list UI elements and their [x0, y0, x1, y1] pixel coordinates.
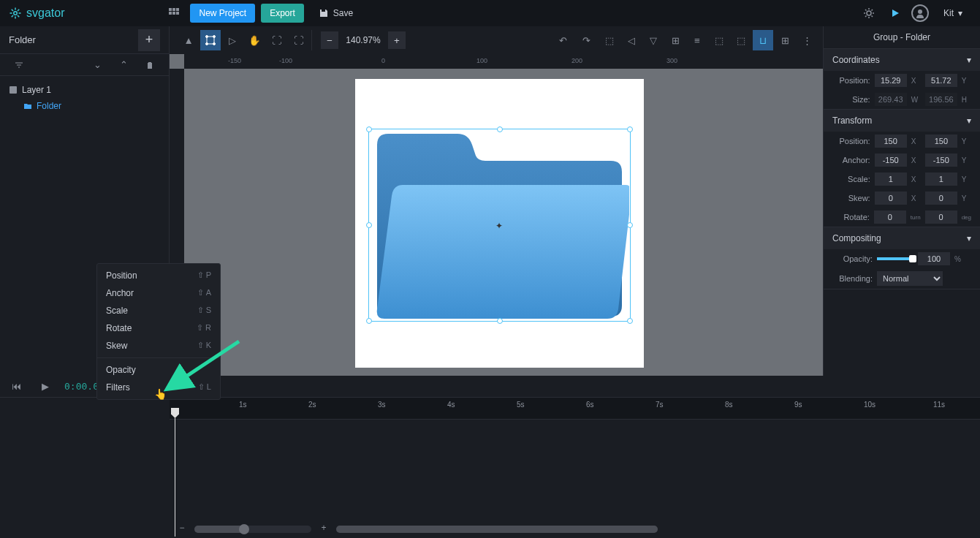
- timeline-play-icon[interactable]: ▶: [35, 376, 56, 397]
- layers-list: Layer 1 Folder: [0, 76, 169, 120]
- resize-handle-tr[interactable]: [627, 126, 633, 132]
- menu-item-scale[interactable]: Scale⇧ S: [97, 302, 220, 319]
- transform-skew-x[interactable]: [875, 192, 907, 205]
- more-icon[interactable]: ⋮: [797, 30, 817, 50]
- undo-icon[interactable]: ↶: [552, 30, 573, 50]
- zoom-value[interactable]: 140.97%: [341, 35, 385, 45]
- transform-rotate-deg[interactable]: [925, 211, 957, 224]
- svg-point-7: [867, 11, 871, 15]
- canvas[interactable]: ✦: [355, 79, 644, 368]
- redo-icon[interactable]: ↷: [576, 30, 596, 50]
- opacity-slider[interactable]: [877, 257, 913, 260]
- section-title[interactable]: Transform▾: [824, 110, 980, 132]
- resize-handle-br[interactable]: [627, 318, 633, 324]
- chevron-down-icon[interactable]: ⌄: [87, 55, 107, 75]
- center-anchor-icon[interactable]: ✦: [495, 221, 503, 231]
- crop-tool-icon[interactable]: ⛶: [266, 30, 286, 50]
- menu-item-skew[interactable]: Skew⇧ K: [97, 337, 220, 355]
- svg-rect-10: [207, 37, 214, 44]
- timeline-zoom-scrollbar[interactable]: [194, 526, 311, 533]
- menu-item-position[interactable]: Position⇧ P: [97, 267, 220, 284]
- user-avatar[interactable]: [911, 4, 929, 22]
- new-project-button[interactable]: New Project: [190, 4, 255, 23]
- transform-position-y[interactable]: [925, 134, 957, 148]
- zoom-in-button[interactable]: +: [388, 31, 406, 49]
- layer-up-icon[interactable]: ⬚: [709, 30, 729, 50]
- timeline-rewind-icon[interactable]: ⏮: [6, 376, 26, 397]
- playhead[interactable]: [171, 408, 179, 418]
- settings-gear-icon[interactable]: [859, 3, 879, 23]
- ruler-horizontal: -150 -100 0 100 200 300: [184, 54, 823, 69]
- transform-anchor-y[interactable]: [925, 154, 957, 167]
- snap-magnet-icon[interactable]: ⊔: [753, 30, 773, 50]
- svg-rect-6: [176, 12, 179, 15]
- save-button[interactable]: Save: [310, 4, 362, 23]
- add-layer-button[interactable]: +: [138, 29, 160, 51]
- prop-label: Size:: [832, 95, 870, 104]
- flip-v-icon[interactable]: ▽: [643, 30, 664, 50]
- flip-h-icon[interactable]: ◁: [621, 30, 642, 50]
- play-preview-icon[interactable]: [885, 3, 905, 23]
- align-icon[interactable]: ⊞: [665, 30, 685, 50]
- section-title[interactable]: Coordinates▾: [824, 49, 980, 71]
- svg-point-0: [14, 12, 18, 15]
- transform-rotate-turn[interactable]: [874, 211, 906, 224]
- resize-handle-tm[interactable]: [497, 126, 503, 132]
- bounds-icon[interactable]: ⬚: [599, 30, 620, 50]
- svg-point-13: [206, 43, 208, 45]
- layer-item-folder[interactable]: Folder: [0, 98, 169, 114]
- trash-icon[interactable]: [140, 55, 160, 75]
- resize-handle-tl[interactable]: [366, 126, 372, 132]
- node-tool-icon[interactable]: [200, 30, 221, 50]
- user-menu[interactable]: Kit ▾: [935, 4, 971, 23]
- menu-item-rotate[interactable]: Rotate⇧ R: [97, 319, 220, 337]
- menu-item-anchor[interactable]: Anchor⇧ A: [97, 284, 220, 302]
- coord-position-x[interactable]: [875, 74, 907, 87]
- coord-position-y[interactable]: [925, 74, 957, 87]
- export-button[interactable]: Export: [261, 4, 304, 23]
- filter-icon[interactable]: [9, 55, 29, 75]
- transform-scale-y[interactable]: [925, 173, 957, 186]
- transform-anchor-x[interactable]: [875, 154, 907, 167]
- resize-handle-ml[interactable]: [366, 222, 372, 228]
- zoom-out-timeline[interactable]: −: [175, 523, 189, 536]
- sidebar-toolbar: ⌄ ⌃: [0, 54, 169, 76]
- resize-handle-mr[interactable]: [627, 222, 633, 228]
- grid-icon[interactable]: [164, 3, 184, 23]
- resize-handle-bl[interactable]: [366, 318, 372, 324]
- grid-toggle-icon[interactable]: ⊞: [775, 30, 795, 50]
- svg-point-11: [206, 36, 208, 38]
- svg-point-14: [213, 43, 216, 45]
- opacity-value[interactable]: [918, 252, 950, 265]
- timeline-h-scrollbar[interactable]: [336, 526, 658, 533]
- distribute-icon[interactable]: ≡: [687, 30, 707, 50]
- transform-skew-y[interactable]: [925, 192, 957, 205]
- blending-select[interactable]: Normal: [877, 271, 943, 286]
- layer-item[interactable]: Layer 1: [0, 82, 169, 98]
- resize-handle-bm[interactable]: [497, 318, 503, 324]
- section-title[interactable]: Compositing▾: [824, 227, 980, 249]
- timeline: ⏮ ▶ 0:00.00 ⚙ ◻ ≡ 1s 2s 3s 4s 5s 6s 7s 8…: [0, 376, 980, 538]
- menu-divider: [97, 357, 220, 358]
- transform-scale-x[interactable]: [875, 173, 907, 186]
- menu-item-opacity[interactable]: Opacity: [97, 361, 220, 379]
- layer-down-icon[interactable]: ⬚: [731, 30, 751, 50]
- timeline-ruler[interactable]: 1s 2s 3s 4s 5s 6s 7s 8s 9s 10s 11s: [170, 398, 980, 420]
- chevron-up-icon[interactable]: ⌃: [113, 55, 134, 75]
- app-name: svgator: [26, 7, 64, 20]
- timeline-tracks[interactable]: [0, 420, 980, 520]
- transform-position-x[interactable]: [875, 134, 907, 148]
- zoom-control: − 140.97% +: [315, 31, 411, 49]
- select-tool-icon[interactable]: ▲: [178, 30, 199, 50]
- transform-section: Transform▾ Position: X Y Anchor: X Y Sca…: [824, 110, 980, 227]
- cursor-pointer-icon: 👆: [154, 388, 167, 400]
- project-name: Folder: [9, 34, 132, 45]
- fit-tool-icon[interactable]: ⛶: [288, 30, 308, 50]
- zoom-out-button[interactable]: −: [321, 31, 338, 49]
- selection-box[interactable]: ✦: [368, 129, 631, 322]
- hand-tool-icon[interactable]: ✋: [244, 30, 265, 50]
- zoom-in-timeline[interactable]: +: [317, 523, 330, 536]
- prop-label: Position:: [832, 76, 870, 85]
- svg-point-12: [213, 36, 216, 38]
- pen-tool-icon[interactable]: ▷: [222, 30, 243, 50]
